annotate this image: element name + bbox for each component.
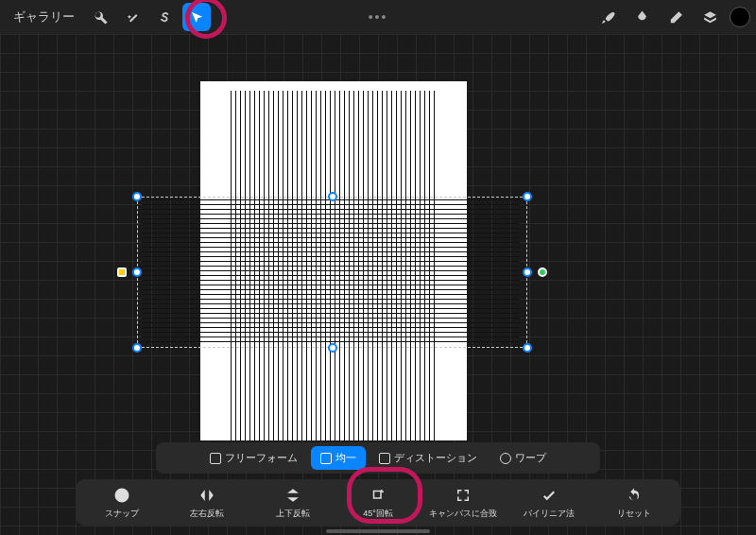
interpolation-icon <box>541 487 558 504</box>
smudge-icon[interactable] <box>627 3 656 31</box>
handle-top-right[interactable] <box>523 192 532 201</box>
reset-icon <box>626 487 643 504</box>
wand-icon[interactable] <box>118 3 146 31</box>
transform-arrow-icon[interactable] <box>182 3 211 31</box>
action-interpolation[interactable]: バイリニア法 <box>511 487 587 520</box>
modify-menu-icon[interactable]: ••• <box>369 9 388 25</box>
artwork-horizontal-lines <box>142 199 520 346</box>
action-rotate-45-label: 45°回転 <box>363 508 393 520</box>
mode-uniform[interactable]: 均一 <box>311 446 366 470</box>
action-flip-horizontal[interactable]: 左右反転 <box>169 487 245 520</box>
magnet-icon <box>113 487 130 504</box>
selection-s-icon[interactable] <box>150 3 179 31</box>
fit-icon <box>455 487 472 504</box>
transform-actions-row: スナップ 左右反転 上下反転 45°回転 キャンバスに合致 バイリニア法 リセッ… <box>76 479 680 526</box>
handle-bottom-left[interactable] <box>132 343 142 353</box>
mode-distort[interactable]: ディストーション <box>369 446 487 470</box>
handle-bottom-right[interactable] <box>523 343 532 353</box>
action-snap[interactable]: スナップ <box>84 487 160 520</box>
mode-warp-label: ワープ <box>515 451 546 465</box>
mode-freeform[interactable]: フリーフォーム <box>200 446 307 470</box>
color-picker[interactable] <box>730 7 750 27</box>
action-flip-vertical[interactable]: 上下反転 <box>255 487 331 520</box>
handle-skew[interactable] <box>117 268 127 277</box>
mode-distort-label: ディストーション <box>394 451 477 465</box>
action-fit-canvas-label: キャンバスに合致 <box>429 508 497 520</box>
handle-top-left[interactable] <box>132 192 142 201</box>
mode-freeform-label: フリーフォーム <box>225 451 298 465</box>
top-toolbar: ギャラリー ••• <box>0 0 756 34</box>
handle-mid-left[interactable] <box>132 268 142 277</box>
action-flip-h-label: 左右反転 <box>190 508 224 520</box>
transform-mode-row: フリーフォーム 均一 ディストーション ワープ <box>156 442 600 474</box>
uniform-icon <box>320 453 332 464</box>
mode-warp[interactable]: ワープ <box>490 446 556 470</box>
action-reset[interactable]: リセット <box>596 487 672 520</box>
action-snap-label: スナップ <box>105 508 139 520</box>
action-reset-label: リセット <box>617 508 651 520</box>
distort-icon <box>379 453 390 464</box>
action-rotate-45[interactable]: 45°回転 <box>340 487 416 520</box>
transform-panel: フリーフォーム 均一 ディストーション ワープ スナップ 左右反転 上下反転 4… <box>76 442 680 526</box>
home-indicator <box>326 529 430 533</box>
handle-rotate[interactable] <box>538 268 547 277</box>
action-interpolation-label: バイリニア法 <box>524 508 575 520</box>
eraser-icon[interactable] <box>662 3 690 31</box>
rotate-icon <box>369 487 387 504</box>
warp-icon <box>500 453 511 464</box>
flip-h-icon <box>198 487 215 504</box>
action-fit-canvas[interactable]: キャンバスに合致 <box>425 487 501 520</box>
wrench-icon[interactable] <box>86 3 114 31</box>
layers-icon[interactable] <box>696 3 724 31</box>
action-flip-v-label: 上下反転 <box>276 508 310 520</box>
mode-uniform-label: 均一 <box>335 451 356 465</box>
gallery-button[interactable]: ギャラリー <box>6 9 82 26</box>
freeform-icon <box>210 453 221 464</box>
handle-mid-right[interactable] <box>523 268 532 277</box>
flip-v-icon <box>284 487 301 504</box>
brush-icon[interactable] <box>593 3 622 31</box>
